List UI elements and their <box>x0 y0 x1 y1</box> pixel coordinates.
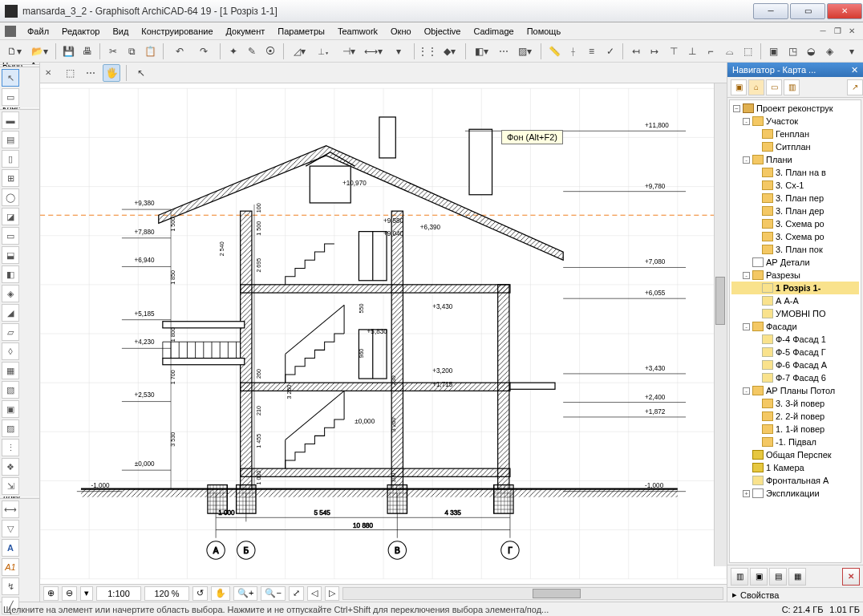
grid-icon[interactable]: ⋮⋮ <box>419 43 436 60</box>
tree-item[interactable]: Ф-7 Фасад 6 <box>731 371 859 384</box>
measure-icon[interactable]: ⟊ <box>565 43 581 60</box>
tree-item[interactable]: Генплан <box>731 128 859 140</box>
tree-item[interactable]: 3. Схема ро <box>731 217 859 230</box>
tree-item[interactable]: Ф-5 Фасад Г <box>731 346 859 359</box>
zoom-prev-icon[interactable]: ⊖ <box>62 586 77 601</box>
level-tool-icon[interactable]: ▽ <box>2 520 19 537</box>
tree-item[interactable]: 1. 1-й повер <box>731 423 859 436</box>
zoomout-icon[interactable]: 🔍− <box>261 586 285 601</box>
menu-помощь[interactable]: Помощь <box>521 25 568 38</box>
palette1-icon[interactable]: ▣ <box>765 43 782 60</box>
tree-item[interactable]: 1 Розріз 1- <box>731 282 859 294</box>
tree-item[interactable]: 3. План пер <box>731 192 859 205</box>
drag-tool-icon[interactable]: ⇲ <box>2 477 19 495</box>
properties-header[interactable]: ▸ Свойства <box>727 587 863 602</box>
modify2-icon[interactable]: ↦ <box>646 43 663 60</box>
save-button[interactable]: 💾 <box>60 43 77 60</box>
object-tool-icon[interactable]: ▣ <box>2 400 19 418</box>
tree-item[interactable]: -Фасади <box>731 320 859 333</box>
copy-button[interactable]: ⧉ <box>124 43 140 60</box>
paste-button[interactable]: 📋 <box>142 43 159 60</box>
hatch-icon[interactable]: ▨▾ <box>514 43 537 60</box>
beam-tool-icon[interactable]: ▭ <box>2 227 19 245</box>
tree-item[interactable]: АР Детали <box>731 256 859 269</box>
morph-tool-icon[interactable]: ◊ <box>2 342 19 360</box>
angle1-icon[interactable]: ◿▾ <box>288 43 311 60</box>
project-root[interactable]: Проект реконструк <box>756 103 833 113</box>
subtoolbar-close-icon[interactable]: ✕ <box>45 68 51 77</box>
geom3-icon[interactable]: 🖐 <box>103 64 120 82</box>
label-tool-icon[interactable]: A1 <box>2 558 19 576</box>
scale-field[interactable]: 1:100 <box>96 586 141 601</box>
navigator-tree[interactable]: −Проект реконструк -УчастокГенпланСитпла… <box>729 99 861 563</box>
home-icon[interactable]: ⤢ <box>289 586 304 601</box>
zoom-opt-icon[interactable]: ▾ <box>80 586 93 601</box>
tree-item[interactable]: 3. 3-й повер <box>731 397 859 410</box>
geom4-icon[interactable]: ↖ <box>132 64 150 82</box>
arrow-tool-icon[interactable]: ↖ <box>2 69 19 87</box>
next-view-icon[interactable]: ▷ <box>325 586 339 601</box>
snap-icon[interactable]: ▾ <box>387 43 410 60</box>
minimize-button[interactable]: ─ <box>753 3 788 19</box>
tree-item[interactable]: 3. План пок <box>731 243 859 256</box>
nav-tab-view-icon[interactable]: ⌂ <box>748 79 764 95</box>
column-tool-icon[interactable]: ◯ <box>2 188 19 206</box>
dim-tool-icon[interactable]: ⟷ <box>2 500 19 518</box>
nav-tab-publisher-icon[interactable]: ▥ <box>784 79 800 95</box>
mdi-minimize-icon[interactable]: ─ <box>816 26 829 37</box>
menu-редактор[interactable]: Редактор <box>55 25 106 38</box>
lamp-tool-icon[interactable]: ▨ <box>2 419 19 437</box>
tree-item[interactable]: 2. 2-й повер <box>731 410 859 423</box>
geom2-icon[interactable]: ⋯ <box>82 64 99 82</box>
menu-конструирование[interactable]: Конструирование <box>135 25 219 38</box>
tree-item[interactable]: -1. Підвал <box>731 436 859 448</box>
fill-tool-icon[interactable]: ↯ <box>2 578 19 595</box>
tree-item[interactable]: -Плани <box>731 153 859 166</box>
modify7-icon[interactable]: ⬚ <box>739 43 756 60</box>
tree-item[interactable]: 1 Камера <box>731 461 859 474</box>
grid-tool-icon[interactable]: ⋮ <box>2 439 19 456</box>
print-button[interactable]: 🖶 <box>79 43 95 60</box>
tree-item[interactable]: Ф-4 Фасад 1 <box>731 333 859 346</box>
mdi-restore-icon[interactable]: ❐ <box>831 26 844 37</box>
menu-файл[interactable]: Файл <box>21 25 55 38</box>
orbit-icon[interactable]: ↺ <box>192 586 208 601</box>
tree-item[interactable]: -Участок <box>731 115 859 128</box>
horizontal-scrollbar[interactable] <box>342 587 723 600</box>
axis-icon[interactable]: ◆▾ <box>438 43 461 60</box>
curtain-tool-icon[interactable]: ⬓ <box>2 246 19 264</box>
open-file-button[interactable]: 📂▾ <box>28 43 51 60</box>
tree-item[interactable]: Ф-6 Фасад А <box>731 359 859 371</box>
mdi-close-icon[interactable]: ✕ <box>845 26 858 37</box>
modify5-icon[interactable]: ⌐ <box>702 43 719 60</box>
tree-item[interactable]: +Экспликации <box>731 487 859 500</box>
dim-icon[interactable]: ⟷▾ <box>363 43 386 60</box>
undo-button[interactable]: ↶ <box>168 43 191 60</box>
skylight-tool-icon[interactable]: ◪ <box>2 208 19 225</box>
layer-tool-icon[interactable]: ▤ <box>2 131 19 148</box>
slab-tool-icon[interactable]: ◧ <box>2 265 19 283</box>
ruler-icon[interactable]: 📏 <box>545 43 562 60</box>
eyedropper-icon[interactable]: ⦿ <box>261 43 278 60</box>
tree-item[interactable]: 3. Схема ро <box>731 230 859 243</box>
pen-icon[interactable]: ✎ <box>243 43 260 60</box>
tape-icon[interactable]: ≡ <box>583 43 600 60</box>
nav-new-icon[interactable]: ▥ <box>731 568 748 586</box>
wall-tool-icon[interactable]: ▬ <box>2 111 19 129</box>
menu-teamwork[interactable]: Teamwork <box>331 25 384 38</box>
zoom-fit-icon[interactable]: ⊕ <box>43 586 59 601</box>
nav-del-icon[interactable]: ▤ <box>769 568 787 586</box>
zoomselect-icon[interactable]: 🔍+ <box>233 586 257 601</box>
tree-item[interactable]: Ситплан <box>731 140 859 153</box>
palette2-icon[interactable]: ◳ <box>784 43 800 60</box>
cut-button[interactable]: ✂ <box>104 43 121 60</box>
prev-view-icon[interactable]: ◁ <box>307 586 322 601</box>
tree-item[interactable]: А А-А <box>731 294 859 307</box>
tree-item[interactable]: -Разрезы <box>731 269 859 282</box>
window-close-button[interactable]: ✕ <box>827 3 862 19</box>
tree-item[interactable]: -АР Планы Потол <box>731 384 859 397</box>
nav-set-icon[interactable]: ▦ <box>788 568 806 586</box>
shell-tool-icon[interactable]: ▱ <box>2 323 19 341</box>
door-tool-icon[interactable]: ▯ <box>2 150 19 168</box>
3d-icon[interactable]: ◧▾ <box>470 43 493 60</box>
